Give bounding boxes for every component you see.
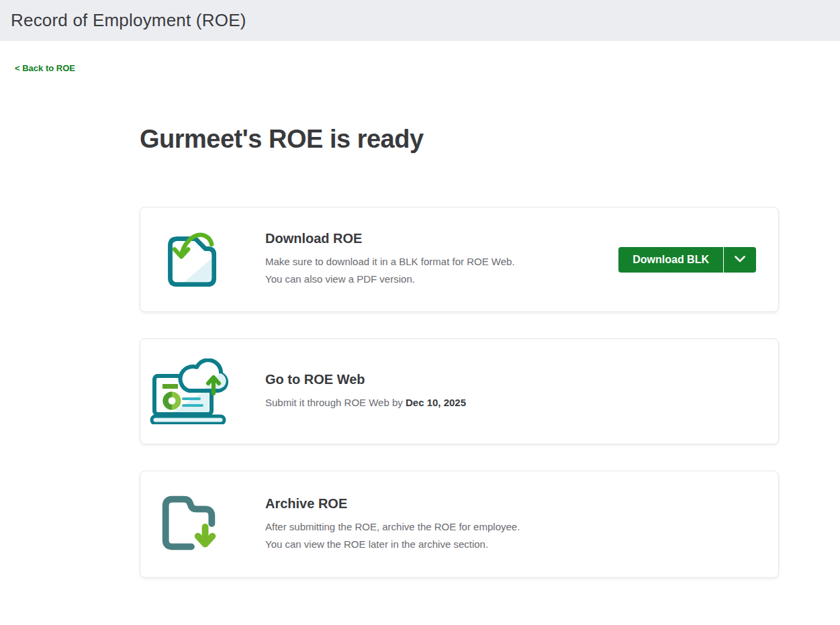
back-to-roe-link[interactable]: < Back to ROE [15,63,75,73]
archive-roe-card: Archive ROE After submitting the ROE, ar… [140,471,779,578]
download-document-icon [140,229,265,291]
download-roe-text: Download ROE Make sure to download it in… [265,231,618,288]
card-description-line: Make sure to download it in a BLK format… [265,253,605,271]
page-title: Gurmeet's ROE is ready [140,124,779,154]
main-content: Gurmeet's ROE is ready Download ROE Make… [140,124,779,578]
card-title: Download ROE [265,231,605,246]
app-title: Record of Employment (ROE) [11,10,246,31]
card-description-line: After submitting the ROE, archive the RO… [265,518,765,536]
submit-text: Submit it through ROE Web by [265,397,406,408]
chevron-down-icon [735,254,745,265]
download-options-dropdown-button[interactable] [723,247,756,273]
card-description-line: You can view the ROE later in the archiv… [265,536,765,553]
card-title: Archive ROE [265,496,765,512]
card-description-line: Submit it through ROE Web by Dec 10, 202… [265,394,765,412]
archive-roe-text: Archive ROE After submitting the ROE, ar… [265,496,778,553]
card-description-line: You can also view a PDF version. [265,271,605,288]
roe-web-cloud-upload-icon [140,358,265,424]
go-to-roe-web-text: Go to ROE Web Submit it through ROE Web … [265,372,778,412]
page-header: Record of Employment (ROE) [0,0,840,41]
due-date: Dec 10, 2025 [406,397,466,408]
download-blk-split-button: Download BLK [618,247,756,273]
download-blk-button[interactable]: Download BLK [618,247,723,273]
archive-folder-icon [140,489,265,559]
download-roe-card: Download ROE Make sure to download it in… [140,207,779,312]
card-title: Go to ROE Web [265,372,765,387]
go-to-roe-web-card: Go to ROE Web Submit it through ROE Web … [140,338,779,444]
